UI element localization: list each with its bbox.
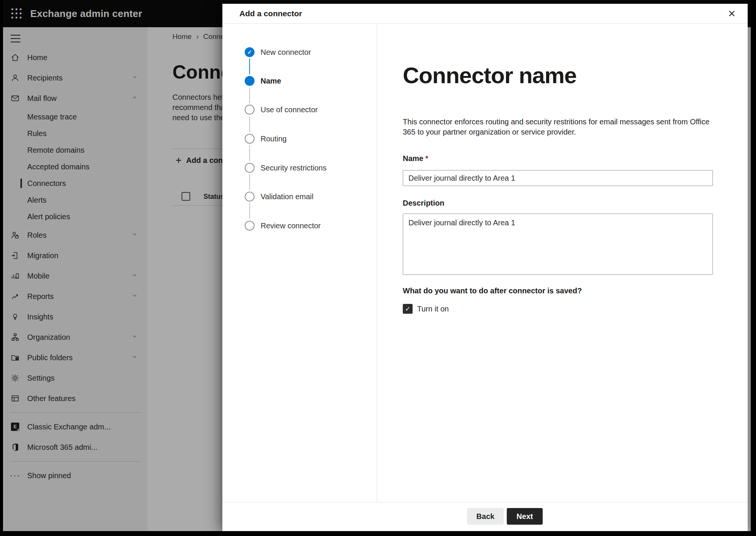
step-current-dot-icon <box>245 76 255 86</box>
step-upcoming-circle-icon <box>245 105 255 115</box>
modal-title: Add a connector <box>239 9 302 18</box>
step-upcoming-circle-icon <box>245 192 255 201</box>
checked-checkbox-icon[interactable]: ✓ <box>403 304 413 314</box>
turn-it-on-label: Turn it on <box>417 305 449 313</box>
modal-footer: Back Next <box>222 502 748 531</box>
step-use-of-connector[interactable]: Use of connector <box>245 105 318 115</box>
step-security-restrictions[interactable]: Security restrictions <box>245 163 327 173</box>
required-asterisk: * <box>425 154 428 163</box>
description-field-label: Description <box>403 199 444 208</box>
turn-it-on-checkbox-row[interactable]: ✓ Turn it on <box>403 304 449 314</box>
after-save-question: What do you want to do after connector i… <box>403 287 582 295</box>
wizard-content: Connector name This connector enforces r… <box>377 24 748 502</box>
name-field-label: Name* <box>403 154 428 163</box>
step-connector-line <box>249 174 250 190</box>
step-validation-email[interactable]: Validation email <box>245 192 314 201</box>
step-new-connector[interactable]: ✓ New connector <box>245 47 311 57</box>
step-upcoming-circle-icon <box>245 134 255 144</box>
next-button[interactable]: Next <box>507 508 543 525</box>
step-routing[interactable]: Routing <box>245 134 287 144</box>
wizard-stepper: ✓ New connector Name Use of connector Ro… <box>222 24 377 502</box>
step-connector-line <box>249 145 250 161</box>
back-button[interactable]: Back <box>467 508 504 525</box>
modal-body: ✓ New connector Name Use of connector Ro… <box>222 24 748 502</box>
step-name[interactable]: Name <box>245 76 281 86</box>
step-connector-line <box>249 87 250 103</box>
connector-name-input[interactable] <box>403 170 713 186</box>
step-connector-line <box>249 59 250 74</box>
step-upcoming-circle-icon <box>245 221 255 231</box>
step-completed-check-icon: ✓ <box>245 47 255 57</box>
wizard-description: This connector enforces routing and secu… <box>403 117 713 137</box>
close-icon[interactable]: × <box>724 6 739 21</box>
step-connector-line <box>249 116 250 132</box>
modal-header: Add a connector × <box>222 4 748 24</box>
step-connector-line <box>249 203 250 219</box>
wizard-heading: Connector name <box>403 62 576 89</box>
step-upcoming-circle-icon <box>245 163 255 173</box>
step-review-connector[interactable]: Review connector <box>245 221 321 231</box>
connector-description-textarea[interactable]: Deliver journal directly to Area 1 <box>403 214 713 275</box>
add-connector-modal: Add a connector × ✓ New connector Name U… <box>222 4 748 531</box>
